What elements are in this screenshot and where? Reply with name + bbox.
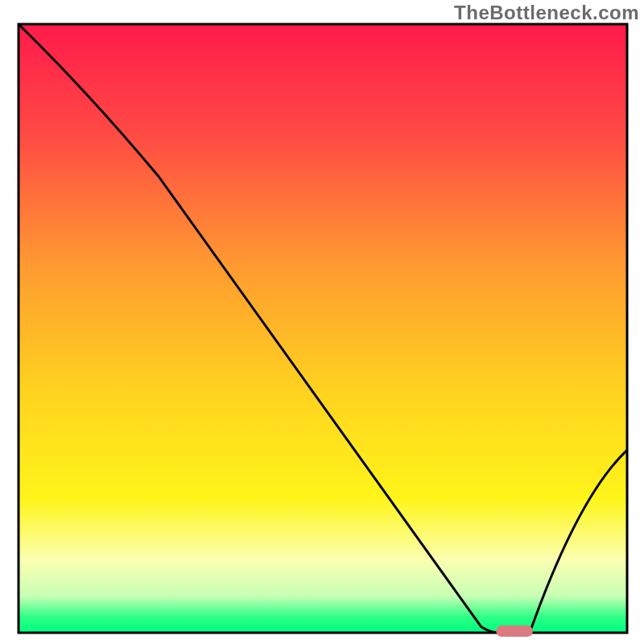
marker-highlight: [496, 625, 533, 637]
chart-svg: [0, 0, 644, 644]
bottleneck-chart: TheBottleneck.com: [0, 0, 644, 644]
plot-background: [19, 24, 627, 633]
